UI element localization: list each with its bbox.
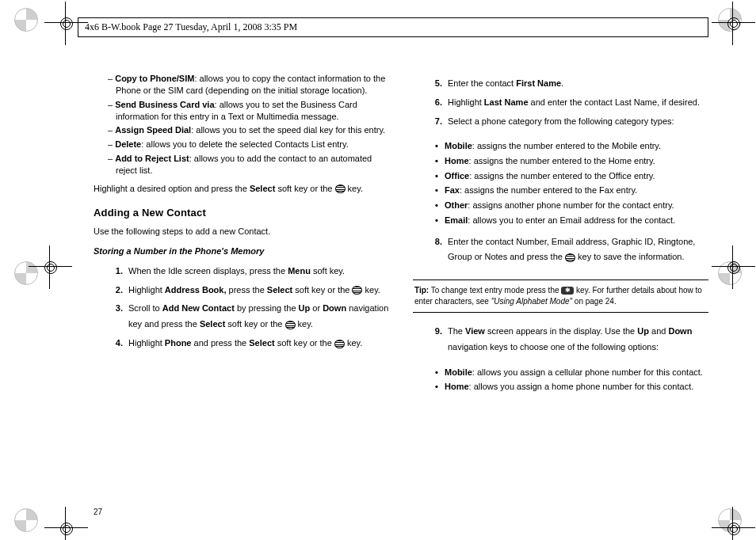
wheel-key-icon: [334, 340, 345, 348]
step-item: Highlight Phone and press the Select sof…: [125, 336, 389, 352]
step-item: Highlight Last Name and enter the contac…: [445, 95, 708, 111]
page-number: 27: [94, 508, 102, 516]
crop-mark-icon: [14, 8, 38, 32]
options-list: Copy to Phone/SIM: allows you to copy th…: [94, 73, 389, 179]
page-body: Copy to Phone/SIM: allows you to copy th…: [94, 73, 708, 500]
right-column: Enter the contact First Name. Highlight …: [413, 73, 708, 500]
subsection-heading: Storing a Number in the Phone's Memory: [94, 246, 389, 256]
list-item: Email: allows you to enter an Email addr…: [435, 213, 708, 228]
list-item: Fax: assigns the number entered to the F…: [435, 183, 708, 198]
list-item: Assign Speed Dial: allows you to set the…: [108, 124, 389, 136]
step-item: When the Idle screen displays, press the…: [125, 264, 389, 280]
wheel-key-icon: [352, 286, 362, 295]
category-list-2: Mobile: allows you assign a cellular pho…: [413, 365, 708, 394]
list-item: Home: allows you assign a home phone num…: [435, 379, 708, 394]
steps-list-continued: Enter the contact First Name. Highlight …: [413, 76, 708, 132]
list-item: Other: assigns another phone number for …: [435, 198, 708, 213]
list-item: Send Business Card via: allows you to se…: [108, 99, 389, 123]
step-item: Scroll to Add New Contact by pressing th…: [125, 301, 389, 333]
list-item: Copy to Phone/SIM: allows you to copy th…: [108, 73, 389, 97]
steps-list: When the Idle screen displays, press the…: [94, 264, 389, 355]
step-item: Enter the contact First Name.: [445, 76, 708, 92]
instruction-text: Highlight a desired option and press the…: [94, 182, 389, 196]
wheel-key-icon: [285, 321, 296, 329]
list-item: Add to Reject List: allows you to add th…: [108, 153, 389, 177]
list-item: Mobile: assigns the number entered to th…: [435, 139, 708, 154]
wheel-key-icon: [565, 253, 575, 262]
wheel-key-icon: [335, 184, 346, 193]
list-item: Office: assigns the number entered to th…: [435, 169, 708, 184]
steps-list-continued-2: Enter the contact Number, Email address,…: [413, 234, 708, 269]
left-column: Copy to Phone/SIM: allows you to copy th…: [94, 73, 389, 500]
list-item: Mobile: allows you assign a cellular pho…: [435, 365, 708, 380]
step-item: Highlight Address Book, press the Select…: [125, 283, 389, 299]
tip-box: Tip: To change text entry mode press the…: [413, 280, 708, 313]
list-item: Home: assigns the number entered to the …: [435, 154, 708, 169]
step-item: The View screen appears in the display. …: [445, 324, 708, 356]
star-key-icon: ✱: [561, 287, 574, 295]
step-item: Enter the contact Number, Email address,…: [445, 234, 708, 266]
document-header: 4x6 B-W.book Page 27 Tuesday, April 1, 2…: [78, 17, 708, 37]
category-list: Mobile: assigns the number entered to th…: [413, 139, 708, 227]
crop-mark-icon: [14, 508, 38, 532]
section-heading: Adding a New Contact: [94, 207, 389, 219]
list-item: Delete: allows you to delete the selecte…: [108, 139, 389, 150]
header-text: 4x6 B-W.book Page 27 Tuesday, April 1, 2…: [85, 21, 297, 32]
section-intro: Use the following steps to add a new Con…: [94, 225, 389, 238]
step-item: Select a phone category from the followi…: [445, 114, 708, 130]
crop-mark-icon: [14, 261, 38, 285]
steps-list-continued-3: The View screen appears in the display. …: [413, 324, 708, 359]
